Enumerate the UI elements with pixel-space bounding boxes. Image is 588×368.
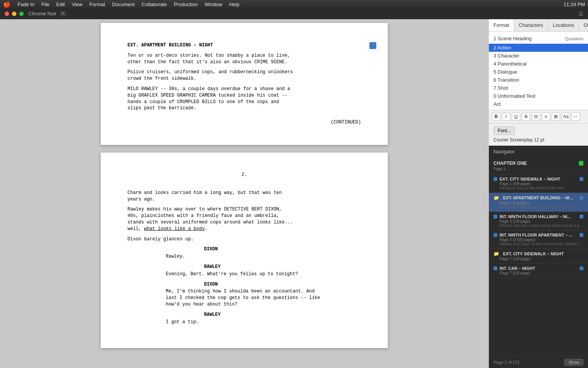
folder-icon-2: 📁 (493, 251, 499, 256)
script-page-1: EXT. APARTMENT BUILDING – NIGHT Ten or s… (101, 23, 388, 145)
nav-item-apartment-int[interactable]: INT. NINTH FLOOR APARTMENT – ... Page 4 … (489, 230, 588, 249)
script-page-2: 2. Charm and looks carried him a long wa… (101, 153, 388, 348)
nav-item-car[interactable]: INT. CAR – NIGHT Page 7 (5/8 page) (489, 264, 588, 278)
align-right-button[interactable]: ⊠ (552, 112, 560, 121)
font-size-button[interactable]: Aa (562, 112, 570, 121)
dialogue-dixon-1: Rawley. (166, 253, 323, 260)
format-item-unformatted[interactable]: 0 Unformatted Text (489, 92, 588, 100)
format-item-scene-heading[interactable]: 1 Scene Heading (493, 34, 562, 43)
page-info: Page 2 of 121 (493, 360, 520, 365)
nav-scene-marker-3 (580, 215, 583, 219)
menu-fadein[interactable]: Fade In (15, 0, 38, 8)
navigator-footer: Page 2 of 121 Show (489, 356, 588, 368)
nav-title-6: INT. CAR – NIGHT (500, 266, 576, 271)
italic-button[interactable]: I (502, 112, 510, 121)
scene-heading: EXT. APARTMENT BUILDING – NIGHT (127, 42, 361, 49)
navigator-header: Navigator (489, 146, 588, 158)
format-item-parenthetical[interactable]: 4 Parenthetical (489, 60, 588, 68)
character-label-rawley-1: RAWLEY (204, 264, 361, 270)
align-left-button[interactable]: ⊟ (532, 112, 540, 121)
character-label-rawley-2: RAWLEY (204, 312, 361, 318)
nav-subtitle-1: Page 1 (4/8 page) (493, 182, 583, 186)
folder-icon: 📁 (493, 195, 499, 200)
tab-close-button[interactable]: ✕ (60, 11, 66, 16)
scene-marker (369, 42, 376, 49)
character-label-dixon-2: DIXON (204, 281, 361, 288)
font-picker-button[interactable]: Font... (493, 127, 515, 135)
format-list: 1 Scene Heading Quotation 2 Action 3 Cha… (489, 32, 588, 110)
action-paragraph-1: Ten or so art-deco stories. Not too shab… (127, 53, 361, 66)
nav-dot-blue-4 (493, 233, 497, 237)
quotation-label: Quotation (565, 36, 583, 41)
panel-toggle-icon[interactable]: ☰ (578, 11, 583, 17)
maximize-button[interactable] (19, 12, 24, 16)
main-layout: EXT. APARTMENT BUILDING – NIGHT Ten or s… (0, 19, 588, 368)
nav-title-3: INT. NINTH FLOOR HALLWAY – NI... (500, 214, 576, 219)
right-panel: Format Characters Locations Other 1 Scen… (488, 19, 588, 368)
width-button[interactable]: ↔ (572, 112, 580, 121)
dialogue-rawley-2: I got a tip. (166, 319, 323, 325)
nav-scene-marker-4 (580, 233, 583, 237)
continued-label: (CONTINUED) (127, 119, 361, 126)
tab-format[interactable]: Format (489, 19, 514, 31)
tab-characters[interactable]: Characters (514, 19, 548, 31)
menu-window[interactable]: Window (201, 0, 225, 8)
nav-dot-blue-6 (493, 266, 497, 270)
nav-title-5: EXT. CITY SIDEWALK – NIGHT (503, 251, 583, 256)
action-paragraph-2: Police cruisers, uniformed cops, and rub… (127, 69, 361, 82)
nav-item-hallway[interactable]: INT. NINTH FLOOR HALLWAY – NI... Page 3 … (489, 212, 588, 230)
character-label-dixon-1: DIXON (204, 246, 361, 253)
nav-item-apartment[interactable]: 📁 EXT. APARTMENT BUILDING – NIG... Page … (489, 193, 588, 212)
align-center-button[interactable]: ≡ (542, 112, 550, 121)
menu-file[interactable]: File (38, 0, 52, 8)
menu-production[interactable]: Production (171, 0, 201, 8)
format-item-shot[interactable]: 7 Shot (489, 84, 588, 92)
chapter-dot-green (579, 161, 583, 166)
page-number: 2. (127, 172, 361, 178)
nav-subtitle-2: Page 1 (2 pages) (493, 201, 583, 205)
format-item-act[interactable]: Act (489, 100, 588, 108)
menu-collaborate[interactable]: Collaborate (139, 0, 170, 8)
document-title: Chrome Noir ✕ (28, 11, 66, 16)
show-button[interactable]: Show (564, 359, 583, 366)
action-paragraph-6: Dixon barely glances up. (127, 236, 361, 243)
menu-format[interactable]: Format (86, 0, 108, 8)
script-area[interactable]: EXT. APARTMENT BUILDING – NIGHT Ten or s… (0, 19, 488, 368)
format-toolbar: B I U S ⊟ ≡ ⊠ Aa ↔ (489, 110, 588, 123)
action-paragraph-5: Rawley makes his way over to where DETEC… (127, 206, 361, 232)
action-paragraph-3: MILO RAWLEY -- 30s, a couple days overdu… (127, 86, 361, 112)
menu-help[interactable]: Help (226, 0, 243, 8)
underline-button[interactable]: U (512, 112, 520, 121)
nav-desc-4: Rawley and Dixon at the crime scene; Kla… (493, 242, 583, 246)
font-section: Font... Courier Screenplay 12 pt (489, 123, 588, 146)
nav-subtitle-6: Page 7 (5/8 page) (493, 271, 583, 275)
nav-scene-marker-2 (580, 196, 583, 200)
navigator-chapter[interactable]: CHAPTER ONE Page 1 (489, 158, 588, 174)
nav-subtitle-3: Page 3 (1/8 page) (493, 219, 583, 223)
chapter-title: CHAPTER ONE (493, 161, 527, 166)
font-name-label: Courier Screenplay 12 pt (493, 137, 583, 143)
format-item-transition[interactable]: 6 Transition (489, 76, 588, 84)
menu-document[interactable]: Document (109, 0, 138, 8)
menu-edit[interactable]: Edit (53, 0, 68, 8)
apple-icon[interactable]: 🍎 (3, 1, 11, 8)
window-controls[interactable] (5, 12, 24, 16)
nav-item-city-sidewalk-2[interactable]: 📁 EXT. CITY SIDEWALK – NIGHT Page 7 (1/8… (489, 249, 588, 264)
nav-title-2: EXT. APARTMENT BUILDING – NIG... (503, 196, 576, 200)
close-button[interactable] (5, 12, 9, 16)
minimize-button[interactable] (12, 12, 16, 16)
tab-other[interactable]: Other (579, 19, 588, 31)
menu-view[interactable]: View (69, 0, 85, 8)
dialogue-rawley-1: Evening, Bert. What're you fellas up to … (166, 271, 323, 278)
bold-button[interactable]: B (492, 112, 500, 121)
format-item-dialogue[interactable]: 5 Dialogue (489, 68, 588, 76)
strikethrough-button[interactable]: S (522, 112, 530, 121)
navigator: Navigator CHAPTER ONE Page 1 EXT. CITY S… (489, 146, 588, 356)
format-item-character[interactable]: 3 Character (489, 52, 588, 60)
nav-item-city-sidewalk-1[interactable]: EXT. CITY SIDEWALK – NIGHT Page 1 (4/8 p… (489, 174, 588, 193)
tab-locations[interactable]: Locations (548, 19, 579, 31)
nav-desc-2: Introduce Rawley and Dixon and the big (… (493, 205, 583, 209)
nav-desc-3: Rawley sees the corpse being taken out o… (493, 223, 583, 228)
nav-scene-marker-6 (580, 266, 583, 270)
format-item-action[interactable]: 2 Action (489, 44, 588, 52)
